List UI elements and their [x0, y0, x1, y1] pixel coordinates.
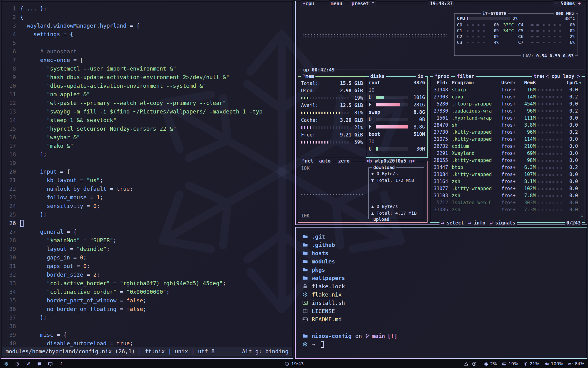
- file-item[interactable]: hosts: [302, 249, 581, 257]
- editor-line[interactable]: 18 ];: [3, 150, 292, 159]
- editor-line[interactable]: 22 numlock_by_default = true;: [3, 185, 292, 193]
- chat-icon[interactable]: [37, 361, 42, 366]
- editor-line[interactable]: 3 wayland.windowManager.hyprland = {: [3, 21, 292, 30]
- editor-line[interactable]: 6 # autostart: [3, 47, 292, 56]
- editor-line[interactable]: 19: [3, 159, 292, 167]
- editor-line[interactable]: 24 sensitivity = 0;: [3, 202, 292, 210]
- editor-line[interactable]: 16 "waybar &": [3, 133, 292, 142]
- process-row[interactable]: 27830.audacious-wrafros+96M0.2: [433, 108, 582, 115]
- editor-line[interactable]: 7 exec-once = [: [3, 56, 292, 64]
- display-icon[interactable]: [48, 361, 53, 366]
- waybar-module[interactable]: 21%: [523, 361, 539, 366]
- process-row[interactable]: 31077.kitty-wrappedfros+102M0.0: [433, 185, 582, 192]
- file-item[interactable]: .git: [302, 232, 581, 241]
- editor-line[interactable]: 37 };: [3, 313, 292, 322]
- editor-line[interactable]: 26: [3, 219, 292, 228]
- editor-line[interactable]: 10 "dbus-update-activation-environment -…: [3, 82, 292, 90]
- process-row[interactable]: 28470shfros+3.8M0.0: [433, 122, 582, 129]
- update-interval-control[interactable]: - 500ms +: [553, 1, 582, 7]
- net-interface-selector[interactable]: <b wlp0s20f0u5 n>: [365, 158, 417, 164]
- process-row[interactable]: 26732codiumfros+210M0.0: [433, 143, 582, 150]
- music-icon[interactable]: ♪: [59, 361, 64, 366]
- editor-line[interactable]: 30 gaps_in = 0;: [3, 253, 292, 262]
- disks-io-button[interactable]: io: [416, 73, 425, 79]
- editor-line[interactable]: 2{: [3, 13, 292, 21]
- terminal-window[interactable]: .git.githubhostsmodulespkgswallpapersfla…: [295, 227, 587, 359]
- proc-box-title[interactable]: ⁴proc: [433, 73, 451, 79]
- editor-line[interactable]: 20 input = {: [3, 167, 292, 176]
- editor-line[interactable]: 13 "swaybg -m fill -i $(find ~/Pictures/…: [3, 107, 292, 116]
- editor-window[interactable]: 1{ ... }:2{3 wayland.windowManager.hyprl…: [1, 1, 293, 359]
- waybar-clock-module[interactable]: 19:43: [284, 361, 303, 366]
- file-item[interactable]: pkgs: [302, 266, 581, 274]
- editor-line[interactable]: 8 "systemctl --user import-environment &…: [3, 64, 292, 73]
- net-box-title[interactable]: ³net: [300, 158, 315, 164]
- editor-line[interactable]: 25 };: [3, 210, 292, 219]
- file-item[interactable]: .github: [302, 241, 581, 249]
- process-row[interactable]: 5712Isolated Web Cfros+303M0.0: [433, 199, 582, 206]
- scroll-up-icon[interactable]: ↑: [578, 79, 582, 86]
- menu-button[interactable]: menu: [329, 1, 344, 7]
- btop-window[interactable]: ¹cpu menu preset * 19:43:37 - 500ms + i7…: [295, 1, 587, 225]
- editor-line[interactable]: 40 disable_autoreload = true;: [3, 339, 292, 348]
- editor-line[interactable]: 27 general = {: [3, 228, 292, 236]
- mem-box-title[interactable]: ²mem: [301, 73, 315, 79]
- col-cpu[interactable]: Cpu%: [566, 79, 578, 86]
- proc-footer-button[interactable]: ↵ signals: [490, 220, 515, 226]
- triangle-icon[interactable]: [464, 361, 469, 366]
- editor-line[interactable]: 39 misc = {: [3, 331, 292, 339]
- waybar-module[interactable]: 84%: [568, 361, 584, 366]
- preset-button[interactable]: preset *: [350, 1, 376, 7]
- editor-line[interactable]: 28 "$mainMod" = "SUPER";: [3, 236, 292, 245]
- process-row[interactable]: 31447btopfros+6.3M0.2: [433, 164, 582, 171]
- process-row[interactable]: 1561.Hyprland-wrapfros+111M0.0: [433, 115, 582, 122]
- proc-footer-button[interactable]: ↵ info: [468, 220, 485, 226]
- waybar-module[interactable]: 100%: [544, 361, 563, 366]
- editor-line[interactable]: 35 border_part_of_window = false;: [3, 296, 292, 305]
- process-row[interactable]: 31086zshfros+7.3M0.0: [433, 206, 582, 213]
- disks-title[interactable]: disks: [369, 73, 386, 79]
- editor-line[interactable]: 4 settings = {: [3, 30, 292, 39]
- file-item[interactable]: flake.lock: [302, 282, 581, 290]
- editor-line[interactable]: 36 no_border_on_floating = false;: [3, 305, 292, 313]
- editor-line[interactable]: 31 gaps_out = 0;: [3, 262, 292, 270]
- col-program[interactable]: Program:: [450, 79, 501, 86]
- file-item[interactable]: modules: [302, 257, 581, 266]
- editor-line[interactable]: 38: [3, 322, 292, 331]
- editor-line[interactable]: 32 border_size = 2;: [3, 270, 292, 279]
- col-pid[interactable]: Pid:: [433, 79, 450, 86]
- editor-line[interactable]: 9 "hash dbus-update-activation-environme…: [3, 73, 292, 82]
- process-row[interactable]: 27903cavafros+14M0.2: [433, 94, 582, 101]
- proc-filter-button[interactable]: filter: [455, 73, 476, 79]
- process-row[interactable]: 2291Xwaylandfros+69M0.0: [433, 150, 582, 157]
- file-item[interactable]: README.md: [302, 315, 581, 324]
- refresh-icon[interactable]: ↺: [26, 361, 31, 366]
- col-memb[interactable]: MemB: [520, 79, 536, 86]
- waybar-module[interactable]: 19%: [502, 361, 518, 366]
- proc-footer-button[interactable]: ↵ select: [441, 220, 464, 226]
- scroll-down-icon[interactable]: ↓: [581, 213, 583, 218]
- editor-line[interactable]: 23 follow_mouse = 1;: [3, 193, 292, 202]
- power-icon[interactable]: [15, 361, 20, 366]
- net-zero-button[interactable]: zero: [337, 158, 351, 164]
- shell-input-line[interactable]: →: [302, 340, 581, 348]
- file-item[interactable]: wallpapers: [302, 274, 581, 282]
- file-item[interactable]: flake.nix: [302, 290, 581, 299]
- process-row[interactable]: 31075.kitty-wrappedfros+114M0.0: [433, 136, 582, 143]
- editor-line[interactable]: 11 "nm-applet &": [3, 90, 292, 99]
- editor-line[interactable]: 1{ ... }:: [3, 4, 292, 13]
- editor-line[interactable]: 5: [3, 39, 292, 47]
- net-auto-button[interactable]: auto: [318, 158, 332, 164]
- process-row[interactable]: 27730.kitty-wrappedfros+96M0.2: [433, 129, 582, 136]
- cpu-box-title[interactable]: ¹cpu: [301, 1, 315, 7]
- editor-line[interactable]: 12 "wl-paste --primary --watch wl-copy -…: [3, 99, 292, 107]
- editor-line[interactable]: 14 "sleep 1 && swaylock": [3, 116, 292, 125]
- editor-line[interactable]: 34 "col.inactive_border" = "0x00000000";: [3, 288, 292, 296]
- waybar-module[interactable]: 2%: [483, 361, 497, 366]
- editor-line[interactable]: 29 layout = "dwindle";: [3, 245, 292, 253]
- process-row[interactable]: 28055.kitty-wrappedfros+98M0.0: [433, 157, 582, 164]
- proc-sort-selector[interactable]: < cpu lazy >: [544, 73, 582, 79]
- nix-logo-icon[interactable]: [4, 361, 9, 366]
- file-item[interactable]: install.sh: [302, 299, 581, 307]
- file-item[interactable]: LICENSE: [302, 307, 581, 315]
